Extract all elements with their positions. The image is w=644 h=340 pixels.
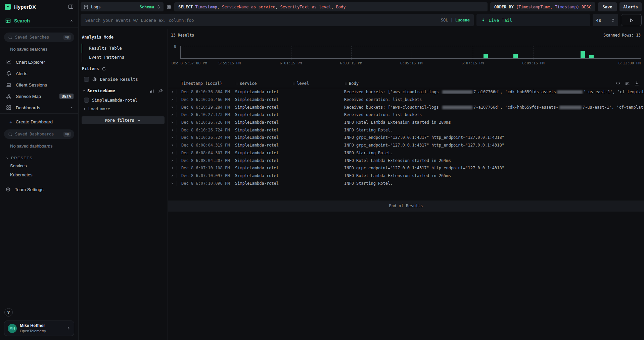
row-expand-icon[interactable] bbox=[168, 98, 177, 101]
user-name: Mike Heffner bbox=[20, 323, 63, 329]
cell-timestamp: Dec 8 6:10:29.284 PM bbox=[177, 105, 235, 110]
sidebar-item-search[interactable]: Search bbox=[0, 13, 78, 27]
alerts-button[interactable]: Alerts bbox=[619, 2, 642, 11]
save-button[interactable]: Save bbox=[598, 2, 617, 11]
cell-timestamp: Dec 8 6:10:26.724 PM bbox=[177, 128, 235, 132]
chevron-up-icon[interactable] bbox=[70, 106, 74, 110]
row-expand-icon[interactable] bbox=[168, 182, 177, 185]
collapse-sidebar-icon[interactable] bbox=[68, 4, 74, 9]
live-tail-button[interactable]: Live Tail bbox=[476, 14, 590, 26]
preset-item-services[interactable]: Services bbox=[0, 160, 78, 169]
language-toggle[interactable]: SQL | Lucene bbox=[441, 18, 470, 22]
col-level[interactable]: level bbox=[292, 81, 344, 86]
chevron-up-icon[interactable] bbox=[70, 19, 74, 23]
presets-toggle[interactable]: PRESETS bbox=[0, 150, 78, 160]
drag-handle-icon[interactable] bbox=[292, 82, 295, 86]
row-expand-icon[interactable] bbox=[168, 90, 177, 94]
chevron-down-icon[interactable] bbox=[82, 89, 86, 93]
table-row[interactable]: Dec 8 6:10:36.466 PMSimpleLambda-rotelRe… bbox=[168, 96, 644, 104]
facet-checkbox[interactable] bbox=[84, 98, 89, 103]
help-button[interactable]: ? bbox=[4, 308, 13, 317]
bar-chart-icon[interactable] bbox=[149, 89, 154, 93]
table-row[interactable]: Dec 8 6:10:29.284 PMSimpleLambda-rotelRe… bbox=[168, 103, 644, 111]
sidebar-bottom: ? MH Mike Heffner OpenTelemetry bbox=[0, 308, 78, 340]
table-row[interactable]: Dec 8 6:08:04.319 PMSimpleLambda-rotelIN… bbox=[168, 141, 644, 149]
table-row[interactable]: Dec 8 6:08:04.307 PMSimpleLambda-rotelIN… bbox=[168, 157, 644, 164]
lucene-option[interactable]: Lucene bbox=[455, 18, 470, 22]
cell-service: SimpleLambda-rotel bbox=[235, 90, 292, 94]
row-expand-icon[interactable] bbox=[168, 128, 177, 132]
row-expand-icon[interactable] bbox=[168, 121, 177, 124]
pin-icon[interactable] bbox=[158, 89, 163, 93]
row-expand-icon[interactable] bbox=[168, 166, 177, 170]
cell-service: SimpleLambda-rotel bbox=[235, 135, 292, 140]
sql-query-input[interactable]: SELECT Timestamp, ServiceName as service… bbox=[174, 2, 488, 11]
mode-results-table[interactable]: Results Table bbox=[82, 44, 168, 53]
sidebar-item-chart-explorer[interactable]: Chart Explorer bbox=[0, 56, 78, 68]
row-expand-icon[interactable] bbox=[168, 113, 177, 116]
sidebar-item-alerts[interactable]: Alerts bbox=[0, 68, 78, 79]
col-timestamp[interactable]: Timestamp (Local) bbox=[177, 81, 235, 86]
play-button[interactable] bbox=[621, 14, 642, 26]
analysis-mode-list: Results Table Event Patterns bbox=[82, 44, 168, 62]
search-placeholder: Search your events w/ Lucene ex. column:… bbox=[85, 18, 441, 23]
col-service[interactable]: service bbox=[235, 81, 292, 86]
drag-handle-icon[interactable] bbox=[235, 82, 238, 86]
row-expand-icon[interactable] bbox=[168, 151, 177, 155]
order-by-input[interactable]: ORDER BY (TimestampTime, Timestamp) DESC bbox=[490, 2, 595, 11]
sql-option[interactable]: SQL bbox=[441, 18, 448, 22]
table-row[interactable]: Dec 8 6:07:10.096 PMSimpleLambda-rotelIN… bbox=[168, 179, 644, 187]
row-expand-icon[interactable] bbox=[168, 136, 177, 139]
code-icon[interactable] bbox=[615, 81, 620, 86]
content: Analysis Mode Results Table Event Patter… bbox=[79, 29, 644, 340]
cell-body: INFO grpc_endpoint="127.0.0.1:4317" http… bbox=[344, 166, 644, 170]
gear-icon[interactable] bbox=[166, 4, 172, 10]
row-expand-icon[interactable] bbox=[168, 144, 177, 147]
search-section-label: Search bbox=[14, 18, 66, 23]
table-row[interactable]: Dec 8 6:07:10.097 PMSimpleLambda-rotelIN… bbox=[168, 172, 644, 180]
sidebar-item-dashboards[interactable]: Dashboards bbox=[0, 102, 78, 113]
download-icon[interactable] bbox=[634, 81, 639, 86]
create-dashboard-button[interactable]: + Create Dashboard bbox=[0, 114, 78, 125]
histogram-bar[interactable] bbox=[484, 54, 488, 59]
wrap-lines-icon[interactable] bbox=[625, 81, 630, 86]
saved-searches-input[interactable]: Saved Searches ⌘K bbox=[4, 33, 74, 42]
cell-timestamp: Dec 8 6:08:04.307 PM bbox=[177, 151, 235, 155]
load-more-button[interactable]: Load more bbox=[79, 105, 168, 113]
right-column: Logs Schema SELECT Timestamp, ServiceNam… bbox=[79, 0, 644, 340]
user-card[interactable]: MH Mike Heffner OpenTelemetry bbox=[4, 321, 74, 336]
table-row[interactable]: Dec 8 6:10:26.726 PMSimpleLambda-rotelIN… bbox=[168, 119, 644, 126]
toggle-divider: | bbox=[450, 18, 453, 22]
drag-handle-icon[interactable] bbox=[344, 82, 347, 86]
sidebar-item-client-sessions[interactable]: Client Sessions bbox=[0, 79, 78, 91]
more-filters-button[interactable]: More filters bbox=[82, 116, 165, 124]
search-input[interactable]: Search your events w/ Lucene ex. column:… bbox=[81, 14, 474, 26]
refresh-icon[interactable] bbox=[102, 67, 106, 71]
row-expand-icon[interactable] bbox=[168, 106, 177, 109]
table-row[interactable]: Dec 8 6:08:04.307 PMSimpleLambda-rotelIN… bbox=[168, 149, 644, 157]
saved-dashboards-input[interactable]: Saved Dashboards ⌘K bbox=[4, 129, 74, 139]
facet-value-row[interactable]: SimpleLambda-rotel bbox=[79, 95, 168, 105]
denoise-checkbox[interactable] bbox=[84, 77, 89, 82]
histogram-bar[interactable] bbox=[581, 51, 585, 59]
col-body[interactable]: Body bbox=[344, 81, 644, 86]
no-saved-searches-text: No saved searches bbox=[0, 42, 78, 53]
mode-event-patterns[interactable]: Event Patterns bbox=[82, 53, 168, 62]
preset-item-kubernetes[interactable]: Kubernetes bbox=[0, 169, 78, 178]
table-row[interactable]: Dec 8 6:10:36.864 PMSimpleLambda-rotelRe… bbox=[168, 88, 644, 96]
histogram-bar[interactable] bbox=[513, 54, 518, 59]
table-row[interactable]: Dec 8 6:10:26.724 PMSimpleLambda-rotelIN… bbox=[168, 126, 644, 134]
source-select[interactable]: Logs Schema bbox=[81, 2, 164, 11]
sidebar-item-service-map[interactable]: Service Map BETA bbox=[0, 91, 78, 102]
table-row[interactable]: Dec 8 6:10:26.724 PMSimpleLambda-rotelIN… bbox=[168, 134, 644, 141]
team-settings-button[interactable]: Team Settings bbox=[0, 178, 78, 192]
histogram-bar[interactable] bbox=[589, 55, 594, 58]
nav-label: Dashboards bbox=[16, 105, 65, 110]
hyperdx-logo-icon bbox=[5, 4, 11, 10]
refresh-interval-select[interactable]: 4s bbox=[593, 14, 618, 26]
table-row[interactable]: Dec 8 6:07:10.108 PMSimpleLambda-rotelIN… bbox=[168, 164, 644, 172]
row-expand-icon[interactable] bbox=[168, 174, 177, 177]
row-expand-icon[interactable] bbox=[168, 159, 177, 162]
table-row[interactable]: Dec 8 6:10:27.173 PMSimpleLambda-rotelRe… bbox=[168, 111, 644, 119]
denoise-results-option[interactable]: Denoise Results bbox=[79, 74, 168, 84]
